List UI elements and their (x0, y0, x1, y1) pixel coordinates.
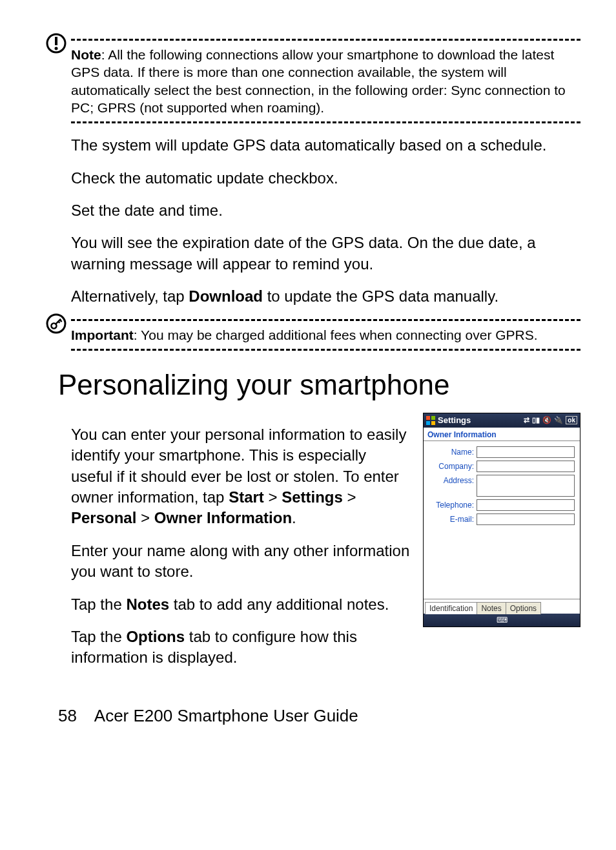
keyboard-icon[interactable]: ⌨ (497, 616, 508, 625)
footer-title: Acer E200 Smartphone User Guide (94, 706, 358, 725)
embedded-screenshot: Settings ⇄ ▯▮ 🔇 🔌 ok Owner Information N… (423, 413, 580, 627)
two-column-layout: You can enter your personal information … (71, 413, 580, 680)
note-callout: Note: All the following connections allo… (45, 39, 580, 123)
body-paragraph: Enter your name along with any other inf… (71, 541, 410, 583)
exclamation-icon (45, 32, 67, 54)
screenshot-titlebar: Settings ⇄ ▯▮ 🔇 🔌 ok (424, 413, 580, 428)
svg-point-2 (55, 47, 58, 50)
tab-bar: Identification Notes Options (424, 599, 580, 614)
dashed-rule (71, 39, 580, 41)
screenshot-title: Settings (438, 415, 521, 425)
left-column: You can enter your personal information … (71, 413, 410, 680)
body-paragraph: The system will update GPS data automati… (71, 135, 580, 156)
screenshot-header: Owner Information (424, 428, 580, 439)
body-paragraph: You can enter your personal information … (71, 424, 410, 529)
note-label: Note (71, 47, 101, 62)
screenshot-bottom-bar: ⌨ (424, 614, 580, 627)
telephone-label: Telephone: (424, 499, 477, 510)
text-bold: Notes (126, 596, 169, 613)
text-run: > (264, 488, 282, 506)
spacer (424, 528, 580, 599)
important-text: : You may be charged additional fees whe… (134, 327, 538, 342)
page-footer: 58 Acer E200 Smartphone User Guide (58, 706, 580, 726)
connectivity-icon: ⇄ (524, 416, 529, 424)
company-label: Company: (424, 461, 477, 471)
text-bold: Owner Information (154, 509, 292, 526)
body-paragraph: Alternatively, tap Download to update th… (71, 286, 580, 307)
page-number: 58 (58, 706, 90, 726)
battery-icon: 🔌 (554, 416, 563, 424)
email-field[interactable] (477, 513, 575, 525)
ok-button[interactable]: ok (566, 416, 577, 424)
name-label: Name: (424, 446, 477, 457)
key-icon (45, 313, 67, 335)
tab-options[interactable]: Options (506, 602, 541, 614)
document-page: Note: All the following connections allo… (0, 0, 616, 752)
svg-rect-1 (55, 37, 57, 45)
volume-icon: 🔇 (542, 416, 551, 424)
body-paragraph: Check the automatic update checkbox. (71, 168, 580, 189)
signal-icon: ▯▮ (532, 416, 540, 424)
text-bold: Settings (282, 488, 343, 506)
tab-identification[interactable]: Identification (425, 602, 477, 614)
address-field[interactable] (477, 475, 575, 497)
important-body: Important: You may be charged additional… (71, 326, 580, 344)
body-paragraph: Tap the Options tab to configure how thi… (71, 627, 410, 669)
important-callout: Important: You may be charged additional… (45, 319, 580, 351)
text-run: > (343, 488, 356, 506)
text-run: Alternatively, tap (71, 287, 189, 305)
text-run: . (292, 509, 296, 526)
address-label: Address: (424, 475, 477, 485)
text-run: Tap the (71, 596, 126, 613)
form-row: Address: (424, 475, 575, 497)
text-run: Tap the (71, 628, 126, 645)
form-row: Telephone: (424, 499, 575, 511)
note-body: Note: All the following connections allo… (71, 46, 580, 116)
important-label: Important (71, 327, 134, 342)
text-bold: Start (229, 488, 264, 506)
dashed-rule (71, 319, 580, 321)
text-run: > (136, 509, 154, 526)
email-label: E-mail: (424, 513, 477, 524)
section-heading: Personalizing your smartphone (58, 369, 580, 401)
body-paragraph: You will see the expiration date of the … (71, 233, 580, 275)
text-bold: Personal (71, 509, 136, 526)
text-bold: Options (126, 628, 185, 645)
body-paragraph: Set the date and time. (71, 200, 580, 221)
windows-logo-icon (426, 416, 435, 425)
form-row: Name: (424, 446, 575, 458)
text-run: tab to add any additional notes. (169, 596, 389, 613)
tray-icons: ⇄ ▯▮ 🔇 🔌 ok (524, 416, 577, 424)
dashed-rule (71, 121, 580, 123)
divider (424, 441, 580, 441)
body-paragraph: Tap the Notes tab to add any additional … (71, 594, 410, 615)
tab-notes[interactable]: Notes (477, 602, 506, 614)
company-field[interactable] (477, 461, 575, 472)
text-run: to update the GPS data manually. (263, 287, 498, 305)
note-text: : All the following connections allow yo… (71, 47, 566, 115)
dashed-rule (71, 349, 580, 351)
name-field[interactable] (477, 446, 575, 458)
owner-form: Name: Company: Address: Telephone: E-mai… (424, 444, 580, 525)
form-row: E-mail: (424, 513, 575, 525)
text-bold: Download (189, 287, 263, 305)
form-row: Company: (424, 461, 575, 472)
telephone-field[interactable] (477, 499, 575, 511)
